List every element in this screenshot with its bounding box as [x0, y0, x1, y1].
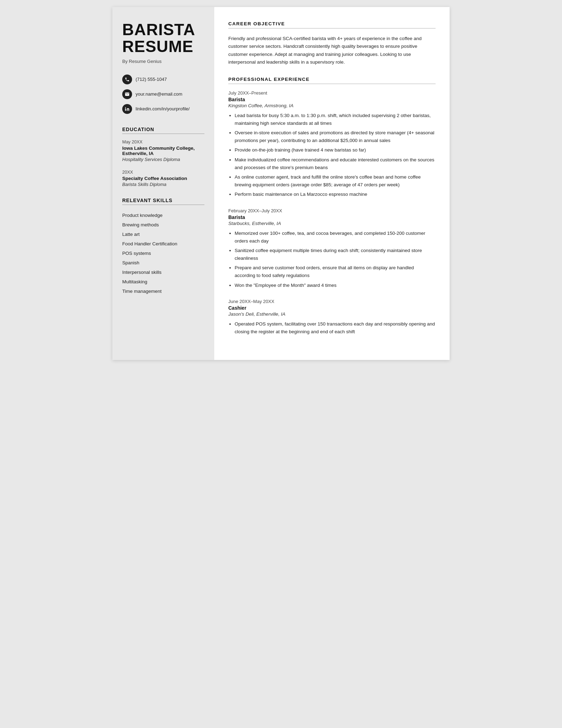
bullet-0-1: Oversee in-store execution of sales and …: [235, 129, 436, 144]
skill-item-3: Food Handler Certification: [122, 239, 204, 249]
job-entry-2: June 20XX–May 20XX Cashier Jason's Deli,…: [228, 299, 436, 335]
job-dates-0: July 20XX–Present: [228, 90, 436, 96]
education-heading: EDUCATION: [122, 127, 204, 134]
job-company-1: Starbucks, Estherville, IA: [228, 221, 436, 226]
skill-item-2: Latte art: [122, 230, 204, 239]
sidebar: BARISTARESUME By Resume Genius (712) 555…: [112, 7, 214, 360]
job-dates-2: June 20XX–May 20XX: [228, 299, 436, 304]
bullet-1-3: Won the "Employee of the Month" award 4 …: [235, 282, 436, 289]
edu-school-1: Specialty Coffee Association: [122, 176, 204, 181]
job-bullets-0: Lead barista for busy 5:30 a.m. to 1:30 …: [228, 112, 436, 198]
byline: By Resume Genius: [122, 59, 204, 64]
resume-container: BARISTARESUME By Resume Genius (712) 555…: [112, 7, 450, 360]
edu-date-0: May 20XX: [122, 140, 204, 144]
skills-section: RELEVANT SKILLS Product knowledge Brewin…: [122, 198, 204, 296]
contact-email-item: your.name@email.com: [122, 89, 204, 99]
edu-date-1: 20XX: [122, 170, 204, 175]
email-icon: [122, 89, 132, 99]
linkedin-text: linkedin.com/in/yourprofile/: [136, 106, 190, 111]
skills-list: Product knowledge Brewing methods Latte …: [122, 211, 204, 296]
job-entry-0: July 20XX–Present Barista Kingston Coffe…: [228, 90, 436, 198]
job-title-1: Barista: [228, 214, 436, 220]
contact-phone-item: (712) 555-1047: [122, 75, 204, 84]
bullet-0-0: Lead barista for busy 5:30 a.m. to 1:30 …: [235, 112, 436, 127]
bullet-2-0: Operated POS system, facilitating over 1…: [235, 320, 436, 335]
bullet-1-2: Prepare and serve customer food orders, …: [235, 264, 436, 279]
education-entry-0: May 20XX Iowa Lakes Community College, E…: [122, 140, 204, 162]
bullet-1-0: Memorized over 100+ coffee, tea, and coc…: [235, 230, 436, 245]
edu-school-0: Iowa Lakes Community College, Esthervill…: [122, 146, 204, 156]
job-company-2: Jason's Deli, Estherville, IA: [228, 311, 436, 317]
resume-title: BARISTARESUME: [122, 21, 204, 55]
skill-item-8: Time management: [122, 286, 204, 296]
linkedin-icon: [122, 104, 132, 114]
education-entry-1: 20XX Specialty Coffee Association Barist…: [122, 170, 204, 187]
skills-heading: RELEVANT SKILLS: [122, 198, 204, 205]
job-company-0: Kingston Coffee, Armstrong, IA: [228, 103, 436, 108]
job-bullets-1: Memorized over 100+ coffee, tea, and coc…: [228, 230, 436, 289]
main-content: CAREER OBJECTIVE Friendly and profession…: [214, 7, 450, 360]
bullet-0-3: Make individualized coffee recommendatio…: [235, 156, 436, 171]
phone-text: (712) 555-1047: [136, 77, 167, 82]
career-objective-text: Friendly and professional SCA-certified …: [228, 35, 436, 66]
email-text: your.name@email.com: [136, 91, 182, 97]
experience-section: PROFESSIONAL EXPERIENCE July 20XX–Presen…: [228, 77, 436, 335]
edu-degree-0: Hospitality Services Diploma: [122, 157, 204, 162]
bullet-0-4: As online customer agent, track and fulf…: [235, 173, 436, 188]
skill-item-6: Interpersonal skills: [122, 268, 204, 277]
skill-item-5: Spanish: [122, 258, 204, 268]
job-entry-1: February 20XX–July 20XX Barista Starbuck…: [228, 208, 436, 289]
experience-heading: PROFESSIONAL EXPERIENCE: [228, 77, 436, 84]
job-bullets-2: Operated POS system, facilitating over 1…: [228, 320, 436, 335]
contact-linkedin-item: linkedin.com/in/yourprofile/: [122, 104, 204, 114]
education-section: EDUCATION May 20XX Iowa Lakes Community …: [122, 127, 204, 187]
bullet-1-1: Sanitized coffee equipment multiple time…: [235, 247, 436, 262]
job-title-0: Barista: [228, 97, 436, 102]
skill-item-4: POS systems: [122, 249, 204, 258]
edu-degree-1: Barista Skills Diploma: [122, 182, 204, 187]
job-dates-1: February 20XX–July 20XX: [228, 208, 436, 213]
skill-item-0: Product knowledge: [122, 211, 204, 220]
career-objective-heading: CAREER OBJECTIVE: [228, 21, 436, 28]
bullet-0-5: Perform basic maintenance on La Marzocco…: [235, 191, 436, 198]
job-title-2: Cashier: [228, 305, 436, 311]
skill-item-1: Brewing methods: [122, 220, 204, 230]
skill-item-7: Multitasking: [122, 277, 204, 286]
career-objective-section: CAREER OBJECTIVE Friendly and profession…: [228, 21, 436, 66]
bullet-0-2: Provide on-the-job training (have traine…: [235, 146, 436, 154]
contact-list: (712) 555-1047 your.name@email.com linke…: [122, 75, 204, 114]
phone-icon: [122, 75, 132, 84]
